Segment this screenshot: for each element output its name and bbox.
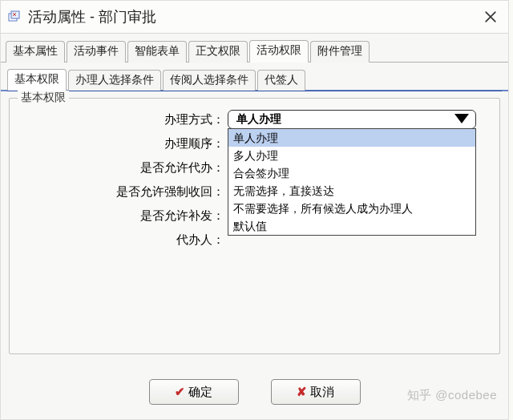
combo-method[interactable]: 单人办理	[228, 110, 476, 129]
tab-attachment-mgmt[interactable]: 附件管理	[310, 41, 370, 63]
cross-icon: ✘	[297, 385, 307, 399]
groupbox-title: 基本权限	[18, 91, 69, 105]
ok-button[interactable]: ✔ 确定	[149, 379, 239, 405]
ok-label: 确定	[188, 385, 212, 400]
label-method: 办理方式：	[18, 112, 228, 127]
cancel-label: 取消	[310, 385, 334, 400]
cancel-button[interactable]: ✘ 取消	[271, 379, 361, 405]
label-order: 办理顺序：	[18, 136, 228, 151]
combo-method-value: 单人办理	[236, 112, 281, 127]
titlebar-separator	[1, 33, 508, 34]
subtab-basic-perm[interactable]: 基本权限	[7, 69, 67, 91]
label-allow-proxy: 是否允许代办：	[18, 160, 228, 176]
option-single[interactable]: 单人办理	[228, 129, 475, 147]
label-proxy-person: 代办人：	[18, 232, 228, 248]
tab-smart-form[interactable]: 智能表单	[127, 41, 187, 63]
tabs-main: 基本属性 活动事件 智能表单 正文权限 活动权限 附件管理	[1, 36, 508, 63]
tab-activity-perm[interactable]: 活动权限	[249, 40, 309, 63]
option-direct[interactable]: 无需选择，直接送达	[228, 182, 475, 200]
tab-basic-props[interactable]: 基本属性	[6, 41, 65, 63]
subtab-circulate-filter[interactable]: 传阅人选择条件	[163, 70, 256, 91]
dialog-window: 活动属性 - 部门审批 基本属性 活动事件 智能表单 正文权限 活动权限 附件管…	[0, 0, 509, 420]
subtab-signer[interactable]: 代签人	[257, 70, 305, 91]
option-multi[interactable]: 多人办理	[228, 147, 475, 164]
label-allow-reissue: 是否允许补发：	[18, 208, 228, 224]
subtab-handler-filter[interactable]: 办理人选择条件	[68, 70, 161, 91]
title-bar: 活动属性 - 部门审批	[1, 1, 508, 33]
label-allow-recall: 是否允许强制收回：	[18, 184, 228, 200]
tabs-sub: 基本权限 办理人选择条件 传阅人选择条件 代签人	[1, 63, 508, 91]
close-button[interactable]	[478, 4, 503, 30]
groupbox-basic-perm: 基本权限 办理方式： 单人办理 办理顺序： 是否允许代办： 是否允许强制收回： …	[9, 98, 500, 354]
app-icon	[7, 10, 22, 24]
option-joint[interactable]: 合会签办理	[228, 164, 475, 182]
check-icon: ✔	[175, 385, 185, 399]
button-bar: ✔ 确定 ✘ 取消	[1, 379, 508, 405]
option-default[interactable]: 默认值	[228, 217, 475, 235]
tab-activity-events[interactable]: 活动事件	[67, 41, 126, 63]
dropdown-method-options: 单人办理 多人办理 合会签办理 无需选择，直接送达 不需要选择，所有候选人成为办…	[228, 128, 476, 236]
option-all-candidates[interactable]: 不需要选择，所有候选人成为办理人	[228, 200, 475, 217]
tab-content-perm[interactable]: 正文权限	[188, 41, 248, 63]
chevron-down-icon	[454, 114, 469, 123]
window-title: 活动属性 - 部门审批	[28, 7, 478, 26]
